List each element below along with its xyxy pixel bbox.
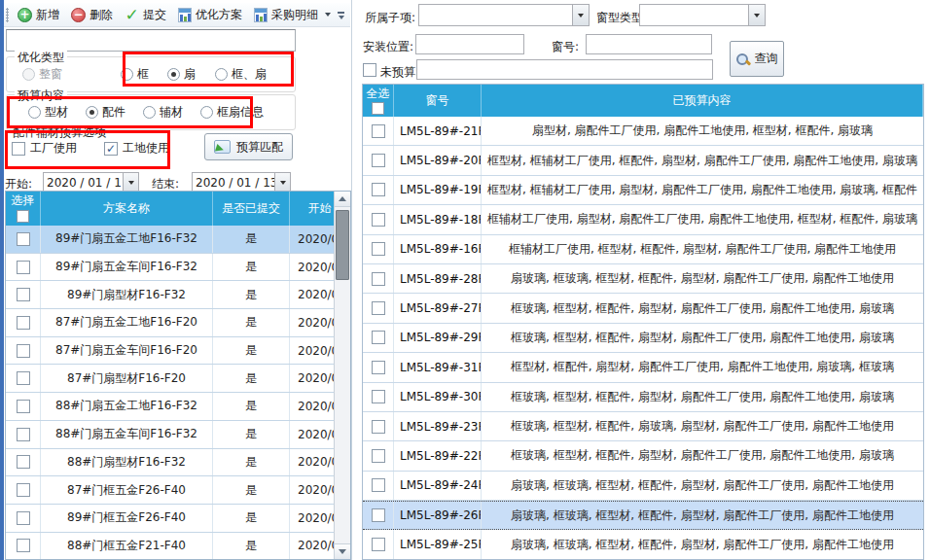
start-date-picker[interactable]: 2020 / 01 / 1 bbox=[43, 172, 139, 192]
select-all-checkbox[interactable] bbox=[17, 210, 29, 223]
radio-框、扇[interactable]: 框、扇 bbox=[215, 66, 267, 83]
row-checkbox[interactable] bbox=[372, 361, 385, 374]
row-checkbox[interactable] bbox=[17, 316, 30, 330]
plan-row[interactable]: 89#门扇五金车间F16-F32是2020/0 bbox=[6, 254, 350, 282]
sub-item-combobox[interactable] bbox=[418, 4, 590, 26]
plan-header-name[interactable]: 方案名称 bbox=[41, 192, 213, 226]
row-checkbox[interactable] bbox=[17, 539, 30, 552]
budget-row[interactable]: LM5L-89#-18F16框辅材工厂使用, 扇型材, 扇配件工厂使用, 扇配件… bbox=[363, 205, 923, 234]
row-checkbox[interactable] bbox=[17, 400, 30, 413]
radio-扇[interactable]: 扇 bbox=[167, 66, 196, 83]
row-checkbox[interactable] bbox=[17, 483, 30, 497]
radio-配件[interactable]: 配件 bbox=[86, 104, 125, 121]
toolbar-overflow-button[interactable] bbox=[335, 8, 347, 23]
row-checkbox[interactable] bbox=[372, 154, 385, 167]
budget-row[interactable]: LM5L-89#-29F27框玻璃, 框型材, 框配件, 扇型材, 扇配件工厂使… bbox=[363, 324, 923, 353]
window-no-input[interactable] bbox=[586, 34, 712, 54]
scrollbar-thumb[interactable] bbox=[336, 210, 349, 280]
row-checkbox[interactable] bbox=[372, 213, 385, 227]
budget-row[interactable]: LM5L-89#-19F17框型材, 框辅材工厂使用, 扇型材, 扇配件工厂使用… bbox=[363, 176, 923, 205]
select-all-checkbox[interactable] bbox=[372, 102, 384, 115]
budget-row[interactable]: LM5L-89#-24F22扇玻璃, 框玻璃, 框型材, 框配件, 扇型材, 扇… bbox=[363, 472, 923, 501]
plan-row[interactable]: 88#门框五金F21-F40是2020/0 bbox=[6, 533, 350, 560]
budget-row[interactable]: LM5L-89#-30F28框玻璃, 框型材, 框配件, 扇型材, 扇配件工厂使… bbox=[363, 383, 923, 412]
budget-row[interactable]: LM5L-89#-25F23扇玻璃, 框玻璃, 框型材, 框配件, 扇型材, 扇… bbox=[363, 530, 923, 559]
row-checkbox[interactable] bbox=[17, 288, 30, 301]
budget-content-cell: 框玻璃, 框型材, 框配件, 扇型材, 扇配件工厂使用, 扇配件工地使用, 扇玻… bbox=[482, 294, 923, 322]
plan-filter-input[interactable] bbox=[6, 29, 296, 52]
toolbar-grip-icon[interactable] bbox=[6, 8, 9, 22]
budget-row[interactable]: LM5L-89#-22F20框玻璃, 框型材, 框配件, 扇型材, 扇配件工厂使… bbox=[363, 441, 923, 471]
row-checkbox[interactable] bbox=[17, 344, 30, 358]
sub-item-combobox-button[interactable] bbox=[572, 5, 589, 25]
start-date-dropdown-button[interactable] bbox=[123, 173, 138, 192]
window-type-combobox-button[interactable] bbox=[748, 5, 765, 25]
row-checkbox[interactable] bbox=[372, 478, 385, 492]
row-checkbox[interactable] bbox=[372, 272, 385, 286]
row-checkbox[interactable] bbox=[372, 449, 385, 463]
plan-row[interactable]: 89#门框五金F26-F40是2020/0 bbox=[6, 505, 350, 533]
row-checkbox[interactable] bbox=[17, 261, 30, 274]
no-budget-checkbox[interactable] bbox=[363, 63, 376, 77]
row-checkbox[interactable] bbox=[17, 371, 30, 385]
scroll-down-button[interactable] bbox=[335, 543, 350, 559]
plan-row[interactable]: 88#门扇型材F16-F32是2020/0 bbox=[6, 449, 350, 477]
query-button[interactable]: 查询 bbox=[730, 41, 784, 77]
plan-row[interactable]: 88#门扇五金车间F16-F32是2020/0 bbox=[6, 421, 350, 449]
radio-辅材[interactable]: 辅材 bbox=[143, 104, 183, 121]
radio-框[interactable]: 框 bbox=[121, 66, 149, 83]
budget-header-content[interactable]: 已预算内容 bbox=[482, 85, 923, 117]
end-date-dropdown-button[interactable] bbox=[274, 173, 290, 192]
install-position-label: 安装位置: bbox=[363, 39, 413, 55]
radio-框扇信息[interactable]: 框扇信息 bbox=[200, 104, 264, 121]
plan-row[interactable]: 89#门扇五金工地F16-F32是2020/0 bbox=[6, 226, 350, 254]
budget-row[interactable]: LM5L-89#-27F25框玻璃, 框型材, 框配件, 扇型材, 扇配件工厂使… bbox=[363, 294, 923, 323]
install-position-input[interactable] bbox=[415, 34, 524, 54]
row-checkbox[interactable] bbox=[372, 420, 385, 434]
plan-row[interactable]: 88#门扇五金工地F16-F32是2020/0 bbox=[6, 393, 350, 421]
checkbox-工厂使用[interactable]: 工厂使用 bbox=[12, 140, 77, 157]
plan-row[interactable]: 87#门框五金F26-F40是2020/0 bbox=[6, 476, 350, 505]
budget-header-window-no[interactable]: 窗号 bbox=[394, 85, 482, 117]
plan-submitted-cell: 是 bbox=[213, 421, 290, 448]
budget-row[interactable]: LM5L-89#-23F21框玻璃, 框型材, 框配件, 扇玻璃, 扇型材, 扇… bbox=[363, 412, 923, 441]
end-date-picker[interactable]: 2020 / 01 / 13 bbox=[192, 172, 291, 192]
plan-header-submitted[interactable]: 是否已提交 bbox=[213, 192, 290, 226]
radio-label: 型材 bbox=[45, 104, 68, 121]
plan-row[interactable]: 89#门扇型材F16-F32是2020/0 bbox=[6, 281, 350, 309]
budget-row[interactable]: LM5L-89#-20F18框型材, 框辅材工厂使用, 框配件, 扇型材, 扇配… bbox=[363, 146, 923, 175]
budget-row[interactable]: LM5L-89#-31F29框型材, 框配件, 扇型材, 扇配件工厂使用, 扇配… bbox=[363, 353, 923, 382]
plan-row[interactable]: 87#门扇型材F16-F20是2020/0 bbox=[6, 365, 350, 393]
plan-table-scrollbar[interactable] bbox=[334, 192, 350, 559]
budget-row[interactable]: LM5L-89#-21F19扇型材, 扇配件工厂使用, 扇配件工地使用, 框型材… bbox=[363, 117, 923, 146]
budget-row[interactable]: LM5L-89#-16F15框辅材工厂使用, 框型材, 框配件, 扇型材, 扇配… bbox=[363, 235, 923, 264]
purchase-detail-button[interactable]: 采购明细 bbox=[249, 5, 336, 25]
delete-button[interactable]: 删除 bbox=[66, 5, 118, 25]
row-checkbox[interactable] bbox=[372, 183, 385, 196]
scroll-up-button[interactable] bbox=[335, 192, 350, 207]
row-checkbox[interactable] bbox=[372, 331, 385, 344]
row-checkbox[interactable] bbox=[372, 242, 385, 256]
budget-content-cell: 扇玻璃, 框玻璃, 框型材, 框配件, 扇型材, 扇配件工厂使用, 扇配件工地使… bbox=[482, 530, 923, 558]
checkbox-工地使用[interactable]: 工地使用 bbox=[104, 140, 169, 157]
row-checkbox[interactable] bbox=[17, 232, 30, 246]
row-checkbox[interactable] bbox=[17, 511, 30, 525]
window-type-combobox[interactable] bbox=[639, 4, 766, 26]
row-checkbox[interactable] bbox=[372, 124, 385, 138]
row-checkbox[interactable] bbox=[372, 508, 385, 522]
optimize-plan-button[interactable]: 优化方案 bbox=[173, 5, 247, 25]
no-budget-input[interactable] bbox=[416, 59, 713, 80]
budget-match-button[interactable]: 预算匹配 bbox=[204, 133, 293, 160]
add-button[interactable]: 新增 bbox=[13, 5, 64, 25]
row-checkbox[interactable] bbox=[17, 455, 30, 469]
plan-row[interactable]: 87#门扇五金工地F16-F20是2020/0 bbox=[6, 309, 350, 337]
budget-row[interactable]: LM5L-89#-26F24扇玻璃, 框玻璃, 框型材, 框配件, 扇型材, 扇… bbox=[363, 501, 923, 530]
radio-型材[interactable]: 型材 bbox=[28, 104, 68, 121]
row-checkbox[interactable] bbox=[372, 538, 385, 551]
plan-row[interactable]: 87#门扇五金车间F16-F20是2020/0 bbox=[6, 337, 350, 366]
row-checkbox[interactable] bbox=[372, 301, 385, 315]
row-checkbox[interactable] bbox=[372, 390, 385, 403]
row-checkbox[interactable] bbox=[17, 428, 30, 441]
submit-button[interactable]: 提交 bbox=[120, 5, 171, 25]
budget-row[interactable]: LM5L-89#-28F26扇玻璃, 框玻璃, 框型材, 框配件, 扇型材, 扇… bbox=[363, 264, 923, 294]
